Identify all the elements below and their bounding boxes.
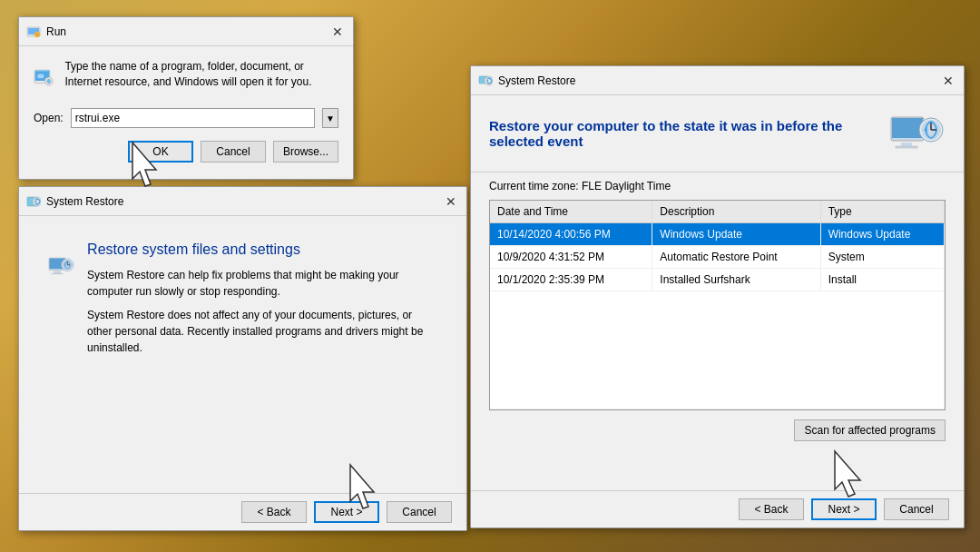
col-type: Type xyxy=(820,201,944,223)
sr-main-title-bar: System Restore ✕ xyxy=(471,66,964,95)
sr-back-hero-icon xyxy=(48,242,74,291)
row2-description: Automatic Restore Point xyxy=(652,246,820,269)
sr-main-close-button[interactable]: ✕ xyxy=(940,73,956,89)
sr-back-body1: System Restore can help fix problems tha… xyxy=(87,267,437,300)
sr-back-title-text: System Restore xyxy=(46,195,123,208)
sr-back-cancel-button[interactable]: Cancel xyxy=(387,501,452,523)
sr-main-heading: Restore your computer to the state it wa… xyxy=(489,118,852,149)
sr-back-heading: Restore system files and settings xyxy=(87,242,437,258)
table-row-empty xyxy=(490,291,945,409)
sr-restore-table-area: Date and Time Description Type 10/14/202… xyxy=(489,200,946,410)
run-dropdown-button[interactable]: ▼ xyxy=(322,108,338,128)
run-ok-button[interactable]: OK xyxy=(128,141,193,163)
run-title-icon xyxy=(26,25,41,39)
row3-datetime: 10/1/2020 2:35:39 PM xyxy=(490,269,652,291)
sr-scan-area: Scan for affected programs xyxy=(471,410,964,450)
row2-datetime: 10/9/2020 4:31:52 PM xyxy=(490,246,652,269)
sr-back-bottom-bar: < Back Next > Cancel xyxy=(19,493,466,530)
sr-scan-button[interactable]: Scan for affected programs xyxy=(794,419,946,441)
row3-description: Installed Surfshark xyxy=(652,269,820,291)
row1-type: Windows Update xyxy=(820,223,944,246)
run-browse-button[interactable]: Browse... xyxy=(273,141,338,163)
run-input[interactable] xyxy=(71,108,315,128)
sr-main-bottom-bar: < Back Next > Cancel xyxy=(471,490,964,527)
svg-rect-6 xyxy=(37,74,44,78)
table-row[interactable]: 10/9/2020 4:31:52 PM Automatic Restore P… xyxy=(490,246,945,269)
col-datetime: Date and Time xyxy=(490,201,652,223)
svg-rect-5 xyxy=(35,71,50,72)
row3-type: Install xyxy=(820,269,944,291)
row2-type: System xyxy=(820,246,944,269)
sr-main-header: Restore your computer to the state it wa… xyxy=(471,95,964,172)
svg-rect-14 xyxy=(54,271,61,273)
sr-main-hero-icon xyxy=(889,110,946,157)
run-close-button[interactable]: ✕ xyxy=(329,24,346,40)
col-description: Description xyxy=(652,201,820,223)
run-title-bar: Run ✕ xyxy=(19,17,353,46)
sr-main-title-icon xyxy=(478,74,493,88)
svg-rect-24 xyxy=(892,118,923,138)
sr-back-title-icon xyxy=(26,194,41,209)
row1-description: Windows Update xyxy=(652,223,820,246)
restore-table: Date and Time Description Type 10/14/202… xyxy=(490,201,945,409)
sr-main-next-button[interactable]: Next > xyxy=(811,498,877,520)
sr-back-dialog: System Restore ✕ Restore system files an… xyxy=(18,186,467,531)
run-title-text: Run xyxy=(46,25,66,38)
run-dialog: Run ✕ Type the name of a program, folder… xyxy=(18,16,354,180)
sr-back-close-button[interactable]: ✕ xyxy=(443,193,459,210)
sr-main-dialog: System Restore ✕ Restore your computer t… xyxy=(470,65,965,528)
sr-timezone: Current time zone: FLE Daylight Time xyxy=(471,172,964,200)
svg-rect-15 xyxy=(52,273,64,274)
sr-back-title-bar: System Restore ✕ xyxy=(19,187,466,216)
sr-main-cancel-button[interactable]: Cancel xyxy=(884,498,949,520)
sr-back-body2: System Restore does not affect any of yo… xyxy=(87,307,437,356)
sr-back-next-button[interactable]: Next > xyxy=(314,501,379,523)
sr-back-back-button[interactable]: < Back xyxy=(241,501,307,523)
table-row[interactable]: 10/14/2020 4:00:56 PM Windows Update Win… xyxy=(490,223,945,246)
svg-point-8 xyxy=(47,79,51,83)
run-cancel-button[interactable]: Cancel xyxy=(201,141,266,163)
run-large-icon xyxy=(34,59,54,95)
table-row[interactable]: 10/1/2020 2:35:39 PM Installed Surfshark… xyxy=(490,269,945,291)
sr-main-title-text: System Restore xyxy=(498,74,575,87)
run-open-label: Open: xyxy=(34,112,64,124)
svg-rect-25 xyxy=(901,143,912,146)
run-description: Type the name of a program, folder, docu… xyxy=(64,59,338,90)
row1-datetime: 10/14/2020 4:00:56 PM xyxy=(490,223,652,246)
svg-rect-26 xyxy=(896,146,917,148)
sr-main-back-button[interactable]: < Back xyxy=(739,498,804,520)
